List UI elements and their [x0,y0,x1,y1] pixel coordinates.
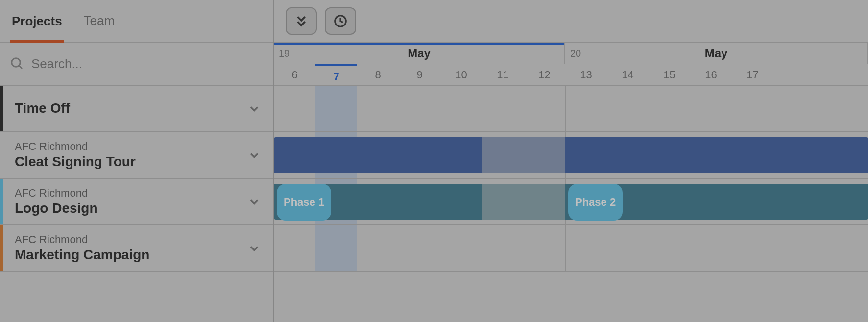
day-header-14[interactable]: 14 [607,64,649,86]
day-header-6[interactable]: 6 [274,64,315,86]
chevron-down-icon[interactable] [247,102,261,116]
day-header-13[interactable]: 13 [565,64,607,86]
tab-team[interactable]: Team [82,0,117,42]
week-number: 20 [565,48,581,59]
phase-chip-2[interactable]: Phase 2 [568,184,623,221]
timeline-row-marketing[interactable] [274,225,868,272]
timeline-toolbar [274,0,868,43]
day-header-9[interactable]: 9 [399,64,440,86]
chevron-down-icon[interactable] [247,242,261,255]
clock-icon [333,14,348,28]
project-client: AFC Richmond [15,234,247,246]
project-name: Cleat Signing Tour [15,154,247,170]
svg-point-0 [12,58,21,67]
timeline-row-logo[interactable]: Phase 1 Phase 2 [274,179,868,225]
sidebar: Projects Team Time Off AFC Richmond Clea… [0,0,274,322]
main-panel: 19 May 20 May 67891011121314151617 [274,0,868,322]
project-accent [0,225,3,271]
week-month: May [705,47,728,60]
project-client: AFC Richmond [15,141,247,152]
chevron-down-icon[interactable] [247,149,261,162]
project-row-cleat[interactable]: AFC Richmond Cleat Signing Tour [0,132,273,179]
weekend-gap [482,184,565,220]
day-header-8[interactable]: 8 [357,64,399,86]
project-row-time-off[interactable]: Time Off [0,86,273,132]
week-20[interactable]: 20 May [565,43,868,64]
project-accent [0,179,3,224]
timeline-body: Phase 1 Phase 2 [274,86,868,272]
day-header-11[interactable]: 11 [482,64,524,86]
project-name: Time Off [15,101,247,116]
double-chevron-down-icon [294,14,309,28]
allocation-bar[interactable] [274,137,868,173]
svg-line-1 [19,66,22,69]
timeline-row-time-off[interactable] [274,86,868,132]
day-header-10[interactable]: 10 [440,64,482,86]
project-accent [0,86,3,131]
calendar-header: 19 May 20 May 67891011121314151617 [274,43,868,86]
project-name: Logo Design [15,201,247,216]
week-month: May [408,47,431,60]
day-header-15[interactable]: 15 [649,64,690,86]
project-name: Marketing Campaign [15,248,247,263]
tab-projects[interactable]: Projects [10,0,64,43]
day-header-12[interactable]: 12 [524,64,565,86]
chevron-down-icon[interactable] [247,195,261,209]
week-number: 19 [274,48,289,59]
project-row-marketing[interactable]: AFC Richmond Marketing Campaign [0,225,273,272]
weekend-gap [482,137,565,173]
week-19[interactable]: 19 May [274,43,565,64]
search-row [0,43,273,86]
day-header-7[interactable]: 7 [315,64,357,86]
timeline-row-cleat[interactable] [274,132,868,179]
day-header-16[interactable]: 16 [690,64,732,86]
phase-chip-1[interactable]: Phase 1 [277,184,331,221]
sidebar-tabs: Projects Team [0,0,273,43]
expand-all-button[interactable] [286,7,317,35]
project-row-logo[interactable]: AFC Richmond Logo Design [0,179,273,225]
clock-button[interactable] [325,7,356,35]
search-icon [10,56,24,71]
search-input[interactable] [31,56,263,72]
days-row: 67891011121314151617 [274,64,868,86]
day-header-17[interactable]: 17 [732,64,773,86]
project-client: AFC Richmond [15,187,247,199]
